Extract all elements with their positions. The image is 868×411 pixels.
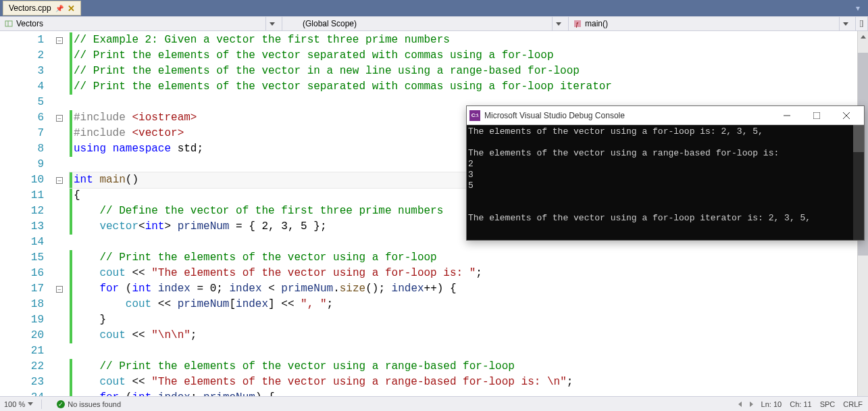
code-line[interactable] — [70, 343, 868, 359]
file-tab[interactable]: Vectors.cpp 📌 ✕ — [3, 1, 81, 16]
svg-rect-0 — [5, 21, 12, 26]
line-ending-indicator[interactable]: CRLF — [843, 400, 863, 408]
code-line[interactable]: } — [70, 312, 868, 328]
check-icon: ✓ — [57, 400, 65, 408]
scope-function[interactable]: ƒ main() — [569, 17, 856, 30]
issues-indicator[interactable]: ✓ No issues found — [53, 400, 125, 408]
status-bar: 100 % ✓ No issues found Ln: 10 Ch: 11 SP… — [0, 396, 868, 411]
code-line[interactable]: // Print the elements of the vector sepa… — [70, 48, 868, 64]
svg-marker-9 — [861, 35, 866, 39]
scrollbar-thumb[interactable] — [853, 125, 864, 152]
line-number-gutter: 123456789101112131415161718192021222324 — [0, 31, 51, 396]
console-scrollbar[interactable] — [853, 125, 864, 240]
scope-function-label: main() — [585, 19, 608, 28]
svg-marker-14 — [28, 402, 33, 406]
scroll-up-icon[interactable] — [858, 31, 868, 42]
code-line[interactable]: // Print the elements of the vector usin… — [70, 359, 868, 374]
scope-project[interactable]: Vectors — [0, 17, 282, 30]
code-line[interactable]: // Print the elements of the vector usin… — [70, 250, 868, 266]
divider — [41, 400, 42, 409]
scope-namespace-label: (Global Scope) — [286, 19, 357, 28]
line-indicator[interactable]: Ln: 10 — [761, 400, 782, 408]
tab-overflow-icon[interactable]: ▾ — [852, 2, 864, 14]
code-line[interactable]: cout << "The elements of the vector usin… — [70, 266, 868, 281]
chevron-down-icon[interactable] — [839, 17, 851, 30]
fold-toggle-icon[interactable]: − — [56, 286, 63, 293]
scope-namespace[interactable]: (Global Scope) — [282, 17, 569, 30]
svg-rect-7 — [860, 20, 863, 27]
svg-marker-6 — [843, 22, 848, 26]
function-icon: ƒ — [573, 19, 582, 28]
tab-filename: Vectors.cpp — [9, 3, 51, 13]
indent-indicator[interactable]: SPC — [820, 400, 836, 408]
pin-icon[interactable]: 📌 — [55, 5, 63, 12]
nav-back-icon[interactable] — [738, 402, 742, 407]
tab-bar: Vectors.cpp 📌 ✕ ▾ — [0, 0, 868, 16]
char-indicator[interactable]: Ch: 11 — [790, 400, 811, 408]
navigation-bar: Vectors (Global Scope) ƒ main() — [0, 16, 868, 31]
split-editor-button[interactable] — [856, 17, 868, 30]
console-title-bar[interactable]: C:\ Microsoft Visual Studio Debug Consol… — [467, 106, 864, 125]
code-line[interactable]: cout << primeNum[index] << ", "; — [70, 297, 868, 312]
chevron-down-icon[interactable] — [265, 17, 278, 30]
zoom-level[interactable]: 100 % — [0, 400, 37, 408]
nav-forward-icon[interactable] — [750, 402, 753, 407]
close-button[interactable] — [832, 107, 861, 124]
console-title: Microsoft Visual Studio Debug Console — [484, 111, 772, 120]
maximize-button[interactable] — [802, 107, 832, 124]
chevron-down-icon — [28, 402, 33, 406]
code-line[interactable]: // Print the elements of the vector in a… — [70, 64, 868, 79]
console-output[interactable]: The elements of the vector using a for-l… — [467, 125, 864, 240]
code-line[interactable]: for (int index = 0; index < primeNum.siz… — [70, 281, 868, 297]
fold-toggle-icon[interactable]: − — [56, 177, 63, 184]
minimize-button[interactable] — [772, 107, 802, 124]
status-right: Ln: 10 Ch: 11 SPC CRLF — [738, 400, 868, 408]
svg-rect-11 — [813, 112, 820, 119]
debug-console-window: C:\ Microsoft Visual Studio Debug Consol… — [466, 105, 865, 241]
chevron-down-icon[interactable] — [552, 17, 564, 30]
project-icon — [4, 19, 14, 28]
svg-marker-3 — [556, 22, 561, 26]
fold-toggle-icon[interactable]: − — [56, 115, 63, 122]
svg-marker-2 — [270, 22, 275, 26]
scope-project-label: Vectors — [16, 19, 43, 28]
code-line[interactable]: // Example 2: Given a vector the first t… — [70, 32, 868, 48]
console-icon: C:\ — [469, 110, 480, 121]
code-line[interactable]: // Print the elements of the vector sepa… — [70, 79, 868, 95]
issues-text: No issues found — [68, 400, 121, 408]
fold-toggle-icon[interactable]: − — [56, 37, 63, 44]
code-line[interactable]: cout << "The elements of the vector usin… — [70, 374, 868, 390]
svg-text:ƒ: ƒ — [576, 21, 579, 28]
fold-gutter[interactable]: −−−− — [51, 31, 70, 396]
code-line[interactable]: cout << "\n\n"; — [70, 328, 868, 343]
close-tab-icon[interactable]: ✕ — [68, 3, 75, 14]
